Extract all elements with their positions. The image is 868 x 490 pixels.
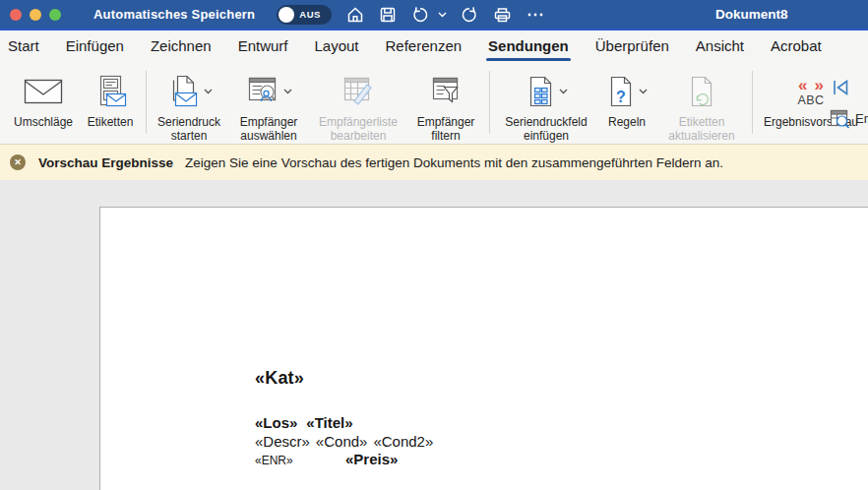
tab-ueberpruefen[interactable]: Überprüfen xyxy=(595,31,669,63)
merge-fields-block: «Kat» «Los»«Titel» «Descr»«Cond»«Cond2» … xyxy=(255,368,433,470)
tab-sendungen[interactable]: Sendungen xyxy=(488,31,569,63)
merge-field-enr: «ENR» xyxy=(255,452,345,470)
insert-merge-field-button[interactable]: Seriendruckfeld einfügen xyxy=(494,67,598,143)
tab-einfuegen[interactable]: Einfügen xyxy=(66,31,124,63)
preview-results-icon: « » ABC xyxy=(797,77,824,107)
redo-icon xyxy=(460,5,479,25)
rules-button[interactable]: ? Regeln xyxy=(598,67,655,130)
ellipsis-icon xyxy=(526,5,545,25)
home-icon xyxy=(345,5,365,25)
group-separator xyxy=(752,71,753,134)
find-recipient-button[interactable]: Em xyxy=(830,108,868,130)
toggle-knob xyxy=(279,7,294,23)
guillemet-close: » xyxy=(814,77,823,93)
zoom-window-button[interactable] xyxy=(49,9,61,21)
rules-icon: ? xyxy=(607,76,635,107)
merge-field-preis: «Preis» xyxy=(345,451,398,467)
tab-entwurf[interactable]: Entwurf xyxy=(238,31,288,63)
printer-icon xyxy=(492,5,513,25)
svg-text:?: ? xyxy=(616,89,626,105)
group-separator xyxy=(489,71,490,134)
insert-merge-field-icon xyxy=(526,76,555,107)
ribbon: Umschläge Etiketten xyxy=(0,63,868,144)
tab-ansicht[interactable]: Ansicht xyxy=(696,31,744,63)
document-page[interactable]: «Kat» «Los»«Titel» «Descr»«Cond»«Cond2» … xyxy=(99,207,868,490)
ribbon-tabbar: Start Einfügen Zeichnen Entwurf Layout R… xyxy=(0,31,868,63)
save-button[interactable] xyxy=(376,3,400,27)
labels-icon xyxy=(93,67,128,116)
envelope-icon xyxy=(24,67,63,116)
merge-field-los: «Los» xyxy=(255,414,297,431)
preview-results-banner: ✕ Vorschau Ergebnisse Zeigen Sie eine Vo… xyxy=(0,144,868,180)
previous-record-button[interactable] xyxy=(864,77,868,98)
envelopes-button[interactable]: Umschläge xyxy=(8,67,79,130)
close-icon: ✕ xyxy=(14,157,22,167)
undo-icon xyxy=(410,5,430,25)
close-window-button[interactable] xyxy=(10,9,22,21)
merge-record-nav-cluster: Em xyxy=(830,77,868,130)
chevron-down-icon xyxy=(438,12,447,18)
merge-field-cond: «Cond» xyxy=(316,433,368,450)
group-separator xyxy=(146,71,147,134)
traffic-lights xyxy=(10,9,61,21)
tab-acrobat[interactable]: Acrobat xyxy=(771,31,822,63)
autosave-label: Automatisches Speichern xyxy=(93,7,255,22)
save-icon xyxy=(378,5,398,25)
window-title: Dokument8 xyxy=(715,0,788,29)
tab-layout[interactable]: Layout xyxy=(314,31,358,63)
edit-recipient-list-icon xyxy=(341,76,375,107)
undo-button[interactable] xyxy=(408,3,432,27)
edit-recipient-list-button: Empfängerliste bearbeiten xyxy=(310,67,406,143)
undo-menu-chevron[interactable] xyxy=(436,10,449,20)
merge-field-titel: «Titel» xyxy=(306,414,352,431)
labels-button[interactable]: Etiketten xyxy=(79,67,142,130)
titlebar: Automatisches Speichern AUS xyxy=(0,0,868,31)
find-recipient-icon xyxy=(830,108,851,130)
dismiss-banner-button[interactable]: ✕ xyxy=(10,154,26,170)
first-record-button[interactable] xyxy=(830,77,852,98)
more-commands-button[interactable] xyxy=(524,3,547,27)
filter-recipients-button[interactable]: Empfänger filtern xyxy=(406,67,485,143)
redo-button[interactable] xyxy=(458,3,481,27)
autosave-state-label: AUS xyxy=(299,9,321,20)
banner-message: Zeigen Sie eine Vorschau des fertigen Do… xyxy=(185,155,723,170)
tab-zeichnen[interactable]: Zeichnen xyxy=(151,31,212,63)
chevron-down-icon xyxy=(283,89,292,94)
merge-field-line-3: «ENR»«Preis» xyxy=(255,451,433,470)
word-window: Automatisches Speichern AUS xyxy=(0,0,868,490)
minimize-window-button[interactable] xyxy=(30,9,41,21)
abc-label: ABC xyxy=(797,94,824,107)
first-record-icon xyxy=(832,79,850,96)
chevron-down-icon xyxy=(639,89,648,94)
tab-start[interactable]: Start xyxy=(8,31,39,63)
select-recipients-icon xyxy=(246,76,279,107)
home-button[interactable] xyxy=(343,3,367,27)
start-mail-merge-icon xyxy=(166,75,200,108)
start-mail-merge-button[interactable]: Seriendruck starten xyxy=(151,67,227,143)
document-canvas: «Kat» «Los»«Titel» «Descr»«Cond»«Cond2» … xyxy=(0,180,868,490)
chevron-down-icon xyxy=(559,89,568,94)
tab-referenzen[interactable]: Referenzen xyxy=(386,31,463,63)
merge-field-line-1: «Los»«Titel» xyxy=(255,414,433,433)
merge-field-descr: «Descr» xyxy=(255,433,310,450)
select-recipients-button[interactable]: Empfänger auswählen xyxy=(227,67,310,143)
merge-field-cond2: «Cond2» xyxy=(373,433,433,450)
guillemet-open: « xyxy=(798,77,807,93)
merge-field-line-2: «Descr»«Cond»«Cond2» xyxy=(255,433,433,452)
update-labels-icon xyxy=(687,76,716,107)
update-labels-button: Etiketten aktualisieren xyxy=(655,67,748,143)
chevron-down-icon xyxy=(204,89,213,94)
filter-recipients-icon xyxy=(429,76,463,107)
banner-title: Vorschau Ergebnisse xyxy=(38,155,173,170)
print-button[interactable] xyxy=(490,3,515,27)
merge-field-kat: «Kat» xyxy=(255,368,433,388)
find-recipient-label: Em xyxy=(855,112,868,126)
autosave-toggle[interactable]: AUS xyxy=(277,5,332,25)
